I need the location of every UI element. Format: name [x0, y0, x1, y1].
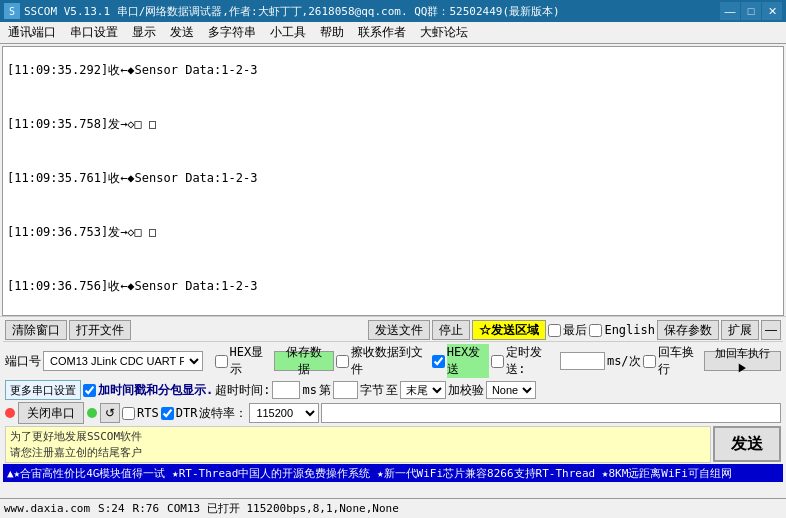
timeout-label: 超时时间: [215, 382, 270, 399]
output-line: [11:09:35.292]收←◆Sensor Data:1-2-3 [7, 61, 779, 79]
menu-contact[interactable]: 联系作者 [352, 23, 412, 43]
minimize-button[interactable]: — [720, 2, 740, 20]
menu-help[interactable]: 帮助 [314, 23, 350, 43]
port-label: 端口号 [5, 353, 41, 370]
baud-label: 波特率： [199, 405, 247, 422]
output-area: [11:09:34.834]发→◇□ □[11:09:34.836]收←◆Sen… [2, 46, 784, 316]
app-title: SSCOM V5.13.1 串口/网络数据调试器,作者:大虾丁丁,2618058… [24, 4, 560, 19]
refresh-dot [87, 408, 97, 418]
controls-panel: 清除窗口 打开文件 发送文件 停止 ☆发送区域 最后 English 保存参数 … [0, 316, 786, 484]
ctrl-row4: 关闭串口 ↺ RTS DTR 波特率： 115200 01 02 03 0D 0… [3, 401, 783, 425]
s-count: S:24 [98, 502, 125, 515]
add-car-button[interactable]: 加回车执行▶ [704, 351, 781, 371]
menu-send[interactable]: 发送 [164, 23, 200, 43]
com-status-dot [5, 408, 15, 418]
output-line: [11:09:35.761]收←◆Sensor Data:1-2-3 [7, 169, 779, 187]
notice1: 为了更好地发展SSCOM软件 [10, 429, 706, 444]
stop-button[interactable]: 停止 [432, 320, 470, 340]
menu-display[interactable]: 显示 [126, 23, 162, 43]
save-data-button[interactable]: 保存数据 [274, 351, 334, 371]
menu-bar: 通讯端口 串口设置 显示 发送 多字符串 小工具 帮助 联系作者 大虾论坛 [0, 22, 786, 44]
menu-multistring[interactable]: 多字符串 [202, 23, 262, 43]
timeout-unit: ms [302, 383, 316, 397]
menu-forum[interactable]: 大虾论坛 [414, 23, 474, 43]
timed-send-checkbox[interactable] [491, 355, 504, 368]
expand-button[interactable]: 扩展 [721, 320, 759, 340]
port-info: COM13 已打开 115200bps,8,1,None,None [167, 501, 399, 516]
send-button[interactable]: 发送 [713, 426, 781, 462]
ctrl-row1: 清除窗口 打开文件 发送文件 停止 ☆发送区域 最后 English 保存参数 … [3, 319, 783, 341]
r-count: R:76 [133, 502, 160, 515]
hex-display-checkbox[interactable] [215, 355, 228, 368]
notice2: 请您注册嘉立创的结尾客户 [10, 445, 706, 460]
ctrl-row2: 端口号 COM13 JLink CDC UART Port HEX显示 保存数据… [3, 341, 783, 379]
refresh-button[interactable]: ↺ [100, 403, 120, 423]
port-select[interactable]: COM13 JLink CDC UART Port [43, 351, 203, 371]
last-checkbox[interactable] [548, 324, 561, 337]
output-line: [11:09:35.758]发→◇□ □ [7, 115, 779, 133]
add-return-label[interactable]: 回车换行 [643, 344, 703, 378]
last-checkbox-label[interactable]: 最后 [548, 322, 587, 339]
send-zone-button[interactable]: ☆发送区域 [472, 320, 546, 340]
ticker-bar: ▲★合宙高性价比4G模块值得一试 ★RT-Thread中国人的开源免费操作系统 … [3, 464, 783, 482]
dtr-checkbox[interactable] [161, 407, 174, 420]
save-params-button[interactable]: 保存参数 [657, 320, 719, 340]
collapse-button[interactable]: — [761, 320, 781, 340]
hex-send-checkbox[interactable] [432, 355, 445, 368]
english-checkbox[interactable] [589, 324, 602, 337]
check-select[interactable]: None [486, 381, 536, 399]
more-port-button[interactable]: 更多串口设置 [5, 380, 81, 400]
dtr-label[interactable]: DTR [161, 406, 198, 420]
timestamp-checkbox[interactable] [83, 384, 96, 397]
rts-checkbox[interactable] [122, 407, 135, 420]
ctrl-row5: 为了更好地发展SSCOM软件 请您注册嘉立创的结尾客户 发送 [3, 425, 783, 464]
timestamp-label[interactable]: 加时间戳和分包显示. [83, 382, 213, 399]
maximize-button[interactable]: □ [741, 2, 761, 20]
clear-window-button[interactable]: 清除窗口 [5, 320, 67, 340]
hex-send-label[interactable]: HEX发送 [432, 344, 490, 378]
english-checkbox-label[interactable]: English [589, 323, 655, 337]
tail-select[interactable]: 末尾 [400, 381, 446, 399]
output-line: [11:09:36.756]收←◆Sensor Data:1-2-3 [7, 277, 779, 295]
byte-label: 字节 [360, 382, 384, 399]
open-file-button[interactable]: 打开文件 [69, 320, 131, 340]
check-label[interactable]: 加校验 [448, 382, 484, 399]
hex-data-input[interactable]: 01 02 03 0D 0A 0A [321, 403, 781, 423]
timed-interval-input[interactable]: 1000 [560, 352, 605, 370]
close-com-button[interactable]: 关闭串口 [18, 402, 84, 424]
rts-label[interactable]: RTS [122, 406, 159, 420]
to-label: 至 [386, 382, 398, 399]
menu-tools[interactable]: 小工具 [264, 23, 312, 43]
close-button[interactable]: ✕ [762, 2, 782, 20]
menu-comport[interactable]: 通讯端口 [2, 23, 62, 43]
output-line: [11:09:36.753]发→◇□ □ [7, 223, 779, 241]
hex-display-label[interactable]: HEX显示 [215, 344, 273, 378]
timeout-input[interactable]: 20 [272, 381, 300, 399]
window-controls: — □ ✕ [720, 2, 782, 20]
timed-unit: ms/次 [607, 353, 641, 370]
status-bar: www.daxia.com S:24 R:76 COM13 已打开 115200… [0, 498, 786, 518]
website-url: www.daxia.com [4, 502, 90, 515]
recv-to-file-checkbox[interactable] [336, 355, 349, 368]
ctrl-row3: 更多串口设置 加时间戳和分包显示. 超时时间: 20 ms 第 1 字节 至 末… [3, 379, 783, 401]
title-bar: S SSCOM V5.13.1 串口/网络数据调试器,作者:大虾丁丁,26180… [0, 0, 786, 22]
page-label: 第 [319, 382, 331, 399]
page-num-input[interactable]: 1 [333, 381, 358, 399]
timed-send-label[interactable]: 定时发送: [491, 344, 558, 378]
send-file-button[interactable]: 发送文件 [368, 320, 430, 340]
menu-serial-settings[interactable]: 串口设置 [64, 23, 124, 43]
add-return-checkbox[interactable] [643, 355, 656, 368]
app-icon: S [4, 3, 20, 19]
baud-select[interactable]: 115200 [249, 403, 319, 423]
recv-to-file-label[interactable]: 擦收数据到文件 [336, 344, 430, 378]
ticker-text: ▲★合宙高性价比4G模块值得一试 ★RT-Thread中国人的开源免费操作系统 … [7, 466, 732, 481]
